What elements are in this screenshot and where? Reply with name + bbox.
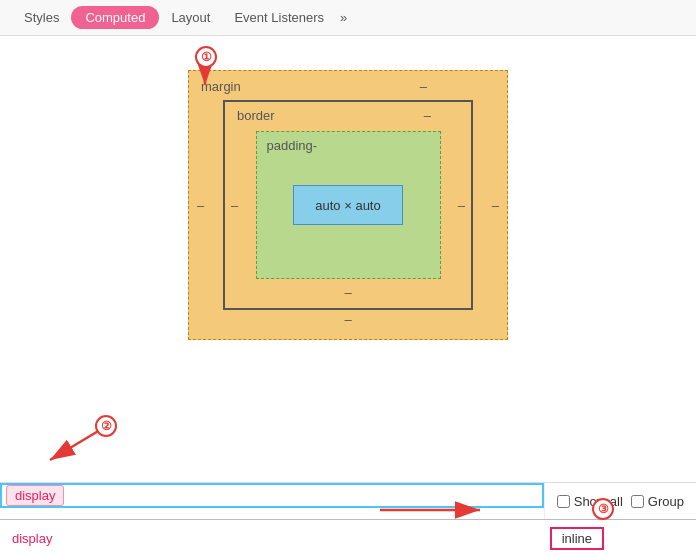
tab-styles[interactable]: Styles: [12, 4, 71, 31]
margin-left-value: –: [197, 198, 204, 213]
border-right-value: –: [458, 198, 465, 213]
content-value: auto × auto: [315, 198, 380, 213]
property-value-box: inline: [550, 527, 604, 550]
property-value: inline: [562, 531, 592, 546]
annotation-badge-2: ②: [95, 415, 117, 437]
padding-box: padding- auto × auto: [256, 131, 441, 279]
search-tag[interactable]: display: [6, 485, 64, 506]
border-bottom-value: –: [344, 285, 351, 300]
search-wrapper: display: [0, 483, 544, 508]
tab-bar: Styles Computed Layout Event Listeners »: [0, 0, 696, 36]
margin-label: margin: [201, 79, 241, 94]
tab-layout[interactable]: Layout: [159, 4, 222, 31]
group-checkbox[interactable]: [631, 495, 644, 508]
margin-top-value: –: [420, 79, 427, 94]
search-input[interactable]: [64, 488, 541, 503]
annotation-badge-1: ①: [195, 46, 217, 68]
padding-label: padding-: [267, 138, 318, 153]
group-group: Group: [631, 494, 684, 509]
tab-more[interactable]: »: [340, 10, 347, 25]
annotation-badge-3: ③: [592, 498, 614, 520]
group-label: Group: [648, 494, 684, 509]
filter-controls: Show all Group: [544, 483, 696, 519]
border-left-value: –: [231, 198, 238, 213]
content-box: auto × auto: [293, 185, 403, 225]
show-all-checkbox[interactable]: [557, 495, 570, 508]
property-name: display: [12, 531, 132, 546]
margin-right-value: –: [492, 198, 499, 213]
tab-computed[interactable]: Computed: [71, 6, 159, 29]
margin-bottom-value: –: [344, 312, 351, 327]
bottom-section: display Show all Group display inline: [0, 482, 696, 556]
tab-event-listeners[interactable]: Event Listeners: [222, 4, 336, 31]
margin-box: margin – – – – border – – – – padding- a…: [188, 70, 508, 340]
property-row: display inline: [0, 520, 696, 556]
box-model-diagram: margin – – – – border – – – – padding- a…: [178, 60, 518, 350]
border-label: border: [237, 108, 275, 123]
border-box: border – – – – padding- auto × auto: [223, 100, 473, 310]
border-top-value: –: [424, 108, 431, 123]
main-content: margin – – – – border – – – – padding- a…: [0, 36, 696, 374]
